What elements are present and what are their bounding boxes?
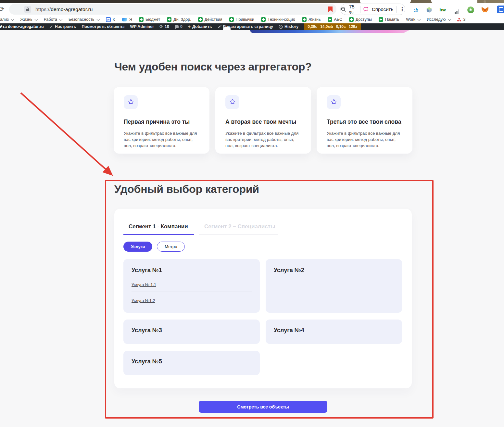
url-domain: demo-agregator.ru (51, 6, 93, 12)
sheets-icon (139, 17, 144, 22)
browser-toolbar: ⟳ https://demo-agregator.ru 75 % Спросит… (0, 3, 504, 16)
comment-bubble-icon (175, 25, 179, 28)
bookmark-dostupy[interactable]: Доступы (349, 17, 372, 22)
qm-load-time: 0,39с (308, 24, 317, 29)
categories-panel: Сегмент 1 - Компании Сегмент 2 – Специал… (114, 209, 412, 388)
pencil-icon (49, 25, 53, 29)
query-monitor-badge[interactable]: 0,39с 14,0мб 0,10с 129з (304, 23, 361, 30)
wp-updates[interactable]: ⟳ 10 (159, 24, 169, 29)
tab-strip-dot (484, 0, 486, 3)
benefit-card-body: Укажите в фильтрах все важные для вас кр… (225, 130, 300, 149)
benefit-card: А вторая все твои мечты Укажите в фильтр… (215, 87, 311, 154)
service-card-4: Услуга №4 (266, 320, 402, 344)
bookmark-folder-bezopasnost[interactable]: Безопасность (69, 17, 99, 22)
service-title: Услуга №2 (274, 267, 394, 274)
bookmark-folder-zhizn[interactable]: Жизнь (20, 17, 37, 22)
red-dots-icon (457, 18, 461, 21)
extension-stats-icon[interactable] (453, 6, 461, 14)
wp-customize-link[interactable]: Настроить (49, 24, 76, 29)
browser-tab-shape[interactable] (431, 0, 477, 3)
bookmark-privychki[interactable]: Привычки (229, 17, 255, 22)
metamask-fox-icon[interactable] (481, 6, 489, 14)
lock-icon[interactable] (24, 6, 31, 13)
sheets-icon (379, 17, 383, 22)
chevron-down-icon (96, 17, 100, 21)
address-bar[interactable]: https://demo-agregator.ru (9, 4, 336, 15)
chip-divider (396, 6, 397, 13)
chevron-down-icon (11, 17, 14, 21)
bookmark-zhizn-2[interactable]: Жизнь (302, 17, 321, 22)
benefit-card-title: А вторая все твои мечты (225, 119, 301, 125)
service-card-3: Услуга №3 (123, 320, 260, 344)
sheets-icon (229, 17, 234, 22)
benefit-card-title: Первая причина это ты (124, 119, 199, 125)
wp-add-new[interactable]: + Добавить (188, 24, 212, 29)
service-link-1-1[interactable]: Услуга № 1.1 (132, 283, 156, 287)
chevron-down-icon (417, 17, 421, 21)
services-grid: Услуга №1 Услуга № 1.1 Услуга №1.2 Услуг… (123, 259, 402, 375)
benefit-card-body: Укажите в фильтрах все важные для вас кр… (327, 130, 401, 149)
extension-bw-icon[interactable]: bw (438, 6, 447, 14)
hero-gradient-strip (250, 30, 410, 33)
sheets-icon (328, 17, 332, 22)
filter-pills: Услуги Метро (123, 242, 185, 252)
filter-metro[interactable]: Метро (157, 242, 185, 252)
cloud-icon (122, 18, 127, 21)
bookmark-dots[interactable]: 3 (457, 17, 466, 22)
bookmark-tekhniki-socio[interactable]: Техники-социо (261, 17, 295, 22)
bookmark-cloud[interactable]: Я (122, 17, 132, 22)
bookmark-byudzhet[interactable]: Бюджет (139, 17, 160, 22)
divider (132, 292, 252, 292)
extension-green-icon[interactable]: ✱ (466, 6, 475, 14)
extension-b-icon[interactable]: :b (412, 6, 420, 14)
bookmark-folder-analiz[interactable]: ализ (0, 17, 13, 22)
sheets-icon (198, 17, 203, 22)
wp-comments[interactable]: 0 (175, 24, 183, 29)
wp-adminer-link[interactable]: WP Adminer (130, 24, 154, 29)
service-card-2: Услуга №2 (266, 259, 402, 313)
filter-uslugi[interactable]: Услуги (123, 242, 152, 252)
extension-blue-icon[interactable] (497, 6, 504, 13)
view-all-objects-button[interactable]: Смотреть все объекты (199, 401, 327, 413)
benefits-heading: Чем удобен поиск через агргегатор? (114, 60, 312, 73)
bookmark-folder-work[interactable]: Work (406, 17, 420, 22)
service-link-1-2[interactable]: Услуга №1.2 (132, 298, 155, 303)
bookmark-abs[interactable]: АБС (328, 17, 342, 22)
bookmark-flag-icon[interactable] (328, 6, 333, 12)
page-content: Чем удобен поиск через агргегатор? Перва… (0, 30, 504, 427)
green-flower-icon: ✱ (467, 6, 474, 13)
calendar-icon: 26 (106, 17, 111, 22)
sheets-icon (302, 17, 307, 22)
service-title: Услуга №4 (274, 327, 394, 334)
bookmark-folder-rabota[interactable]: Работа (44, 17, 62, 22)
refresh-icon[interactable]: ⟳ (0, 5, 5, 13)
qm-queries: 129з (349, 24, 357, 29)
ask-icon[interactable] (363, 6, 369, 12)
bookmark-deystviya[interactable]: Действия (198, 17, 222, 22)
service-card-5: Услуга №5 (123, 351, 260, 375)
bookmark-pamyat[interactable]: Память (379, 17, 399, 22)
tab-segment-2-specialists[interactable]: Сегмент 2 – Специалисты (199, 223, 278, 235)
service-card-1: Услуга №1 Услуга № 1.1 Услуга №1.2 (123, 259, 260, 313)
qm-query-time: 0,10с (336, 24, 346, 29)
bookmark-folder-issleduyu[interactable]: Исследую (427, 17, 450, 22)
bookmark-dn-zdor[interactable]: Дн. Здор. (167, 17, 191, 22)
pencil-icon (218, 25, 221, 29)
extension-cube-icon[interactable] (425, 6, 433, 14)
bookmark-calendar[interactable]: 26К (106, 17, 115, 22)
zoom-level[interactable]: 75 % (349, 4, 357, 15)
wp-history[interactable]: History (279, 24, 298, 29)
browser-tab-shape[interactable] (360, 0, 411, 3)
zoom-out-icon[interactable] (341, 6, 346, 12)
ask-label[interactable]: Спросить (372, 6, 393, 12)
kebab-menu-icon[interactable]: ⋮ (399, 7, 405, 12)
wp-site-name[interactable]: йта demo-agregator.ru (0, 24, 44, 29)
star-icon (327, 95, 341, 109)
url-text[interactable]: https://demo-agregator.ru (35, 6, 93, 12)
wp-view-objects-link[interactable]: Посмотреть объекты (82, 24, 125, 29)
wp-admin-bar: йта demo-agregator.ru Настроить Посмотре… (0, 23, 504, 30)
qm-memory: 14,0мб (320, 24, 333, 29)
categories-heading: Удобный выбор категорий (114, 183, 259, 195)
tab-segment-1-companies[interactable]: Сегмент 1 - Компании (123, 223, 194, 235)
service-title: Услуга №1 (132, 267, 252, 274)
